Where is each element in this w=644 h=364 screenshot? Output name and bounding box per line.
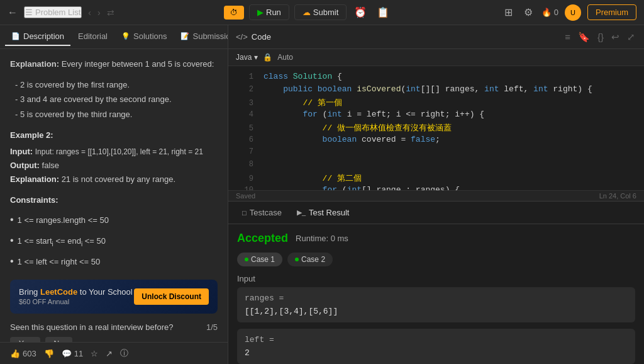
code-line-6: 6 boolean covered = false; [228, 134, 644, 147]
topbar: ← ☰ Problem List ‹ › ⇄ ⏱ ▶ Run ☁ Submit … [0, 0, 644, 25]
note-button[interactable]: 📋 [374, 4, 392, 21]
saved-status: Saved [236, 192, 255, 200]
problem-list-button[interactable]: ☰ Problem List [24, 6, 82, 18]
thumbs-down-icon: 👎 [44, 349, 54, 358]
right-panel: </> Code ≡ 🔖 {} ↩ ⤢ Java ▾ 🔒 Auto [228, 25, 644, 364]
code-line-5: 5 // 做一個布林值檢查有沒有被涵蓋 [228, 122, 644, 134]
terminal-icon: ▶_ [297, 208, 306, 217]
editor-section: </> Code ≡ 🔖 {} ↩ ⤢ Java ▾ 🔒 Auto [228, 25, 644, 202]
left-panel: 📄 Description Editorial 💡 Solutions 📝 Su… [0, 25, 228, 364]
nav-prev-icon[interactable]: ‹ [88, 8, 91, 18]
test-result-tab[interactable]: ▶_ Test Result [291, 205, 355, 220]
topbar-left: ← ☰ Problem List ‹ › ⇄ [8, 6, 114, 18]
editor-title: </> Code [236, 32, 271, 42]
tab-submissions[interactable]: 📝 Submissions [174, 28, 228, 46]
bookmark-editor-button[interactable]: 🔖 [577, 30, 591, 44]
constraints-title: Constraints: [10, 195, 218, 205]
constraint-1: 1 <= ranges.length <= 50 [10, 211, 218, 229]
interview-ratio: 1/5 [206, 322, 218, 332]
bookmark-button[interactable]: ☆ [91, 349, 98, 358]
editor-sub-header: Java ▾ 🔒 Auto [228, 49, 644, 66]
code-editor[interactable]: 1 class Solution { 2 public boolean isCo… [228, 66, 644, 190]
submissions-icon: 📝 [180, 32, 189, 40]
editor-toolbar: ≡ 🔖 {} ↩ ⤢ [564, 30, 636, 44]
nav-next-icon[interactable]: › [97, 8, 101, 18]
constraint-2: 1 <= starti <= endi <= 50 [10, 232, 218, 250]
description-icon: 📄 [11, 32, 20, 40]
code-line-8: 8 [228, 159, 644, 172]
left-content: Explanation: Every integer between 1 and… [0, 49, 228, 342]
left-label: left = [245, 335, 628, 344]
code-line-9: 9 // 第二個 [228, 172, 644, 185]
code-line-10: 10 for (int[] range : ranges) { [228, 185, 644, 190]
editor-header: </> Code ≡ 🔖 {} ↩ ⤢ [228, 25, 644, 49]
case-1-tab[interactable]: Case 1 [237, 253, 282, 266]
left-tabs: 📄 Description Editorial 💡 Solutions 📝 Su… [0, 25, 228, 49]
left-value: 2 [245, 348, 628, 358]
no-button[interactable]: No [45, 337, 72, 342]
language-selector[interactable]: Java ▾ [236, 53, 258, 62]
explanation-bullets: 2 is covered by the first range. 3 and 4… [10, 77, 218, 122]
ranges-label: ranges = [245, 293, 628, 303]
cursor-position: Ln 24, Col 6 [599, 192, 636, 200]
test-content: Accepted Runtime: 0 ms Case 1 Case 2 Inp… [228, 224, 644, 364]
comment-icon: 💬 [62, 349, 72, 358]
code-line-3: 3 // 第一個 [228, 96, 644, 109]
shuffle-icon[interactable]: ⇄ [107, 8, 114, 18]
comment-button[interactable]: 💬 11 [62, 349, 83, 358]
play-icon: ▶ [257, 8, 264, 17]
menu-button[interactable]: ≡ [564, 30, 572, 43]
undo-button[interactable]: ↩ [610, 30, 621, 44]
bullet-2: 3 and 4 are covered by the second range. [15, 92, 218, 106]
tab-editorial[interactable]: Editorial [72, 28, 114, 46]
bullet-3: 5 is covered by the third range. [15, 107, 218, 122]
auto-label: Auto [277, 53, 293, 62]
timer-button[interactable]: ⏱ [224, 6, 244, 20]
streak-display: 🔥 0 [541, 8, 558, 17]
constraint-3: 1 <= left <= right <= 50 [10, 253, 218, 271]
submit-button[interactable]: ☁ Submit [294, 4, 347, 20]
example2-title: Example 2: [10, 130, 218, 140]
left-input-block: left = 2 [237, 329, 635, 364]
run-button[interactable]: ▶ Run [249, 4, 289, 20]
share-icon: ↗ [106, 349, 113, 358]
more-button[interactable]: ⓘ [120, 348, 128, 359]
promo-discount: $60 OFF Annual [19, 298, 69, 305]
settings-button[interactable]: ⚙ [521, 4, 535, 21]
case-1-dot [245, 258, 248, 261]
alarm-button[interactable]: ⏰ [352, 4, 369, 21]
share-button[interactable]: ↗ [106, 349, 113, 358]
solutions-icon: 💡 [121, 32, 130, 40]
test-section: □ Testcase ▶_ Test Result Accepted Runti… [228, 202, 644, 364]
ranges-input-block: ranges = [[1,2],[3,4],[5,6]] [237, 287, 635, 322]
code-line-1: 1 class Solution { [228, 71, 644, 84]
code-line-7: 7 [228, 147, 644, 159]
dislike-button[interactable]: 👎 [44, 349, 54, 358]
grid-icon-button[interactable]: ⊞ [502, 4, 515, 21]
avatar[interactable]: U [565, 4, 581, 21]
case-2-tab[interactable]: Case 2 [287, 253, 333, 266]
tab-description[interactable]: 📄 Description [5, 28, 70, 46]
format-button[interactable]: {} [596, 30, 605, 43]
editor-status-bar: Saved Ln 24, Col 6 [228, 190, 644, 201]
premium-button[interactable]: Premium [587, 4, 636, 20]
bullet-1: 2 is covered by the first range. [15, 77, 218, 92]
back-icon[interactable]: ← [8, 7, 18, 18]
yes-button[interactable]: Yes [10, 337, 40, 342]
code-line-2: 2 public boolean isCovered(int[][] range… [228, 84, 644, 96]
runtime-text: Runtime: 0 ms [296, 234, 348, 243]
input-label: Input [237, 274, 635, 283]
interview-question: Seen this question in a real interview b… [10, 322, 218, 332]
testcase-tab[interactable]: □ Testcase [236, 205, 288, 220]
ranges-value: [[1,2],[3,4],[5,6]] [245, 307, 628, 316]
promo-text: Bring LeetCode to Your School $60 OFF An… [19, 287, 133, 306]
like-button[interactable]: 👍 603 [10, 349, 36, 358]
unlock-discount-button[interactable]: Unlock Discount [134, 288, 209, 305]
tab-solutions[interactable]: 💡 Solutions [115, 28, 173, 46]
expand-editor-button[interactable]: ⤢ [626, 30, 636, 44]
more-icon: ⓘ [120, 348, 128, 359]
thumbs-up-icon: 👍 [10, 349, 20, 358]
accepted-badge: Accepted [237, 232, 288, 245]
topbar-center: ⏱ ▶ Run ☁ Submit ⏰ 📋 [224, 4, 392, 21]
submit-icon: ☁ [303, 8, 311, 17]
